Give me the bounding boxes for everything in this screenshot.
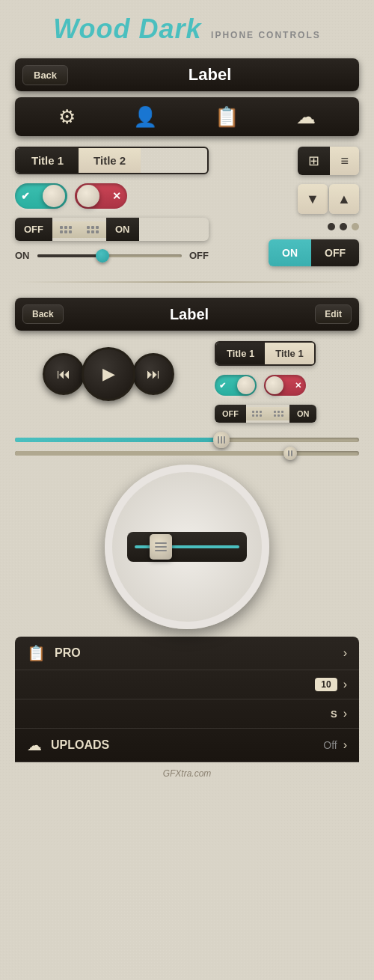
back-button-2[interactable]: Back [22, 304, 64, 324]
list-view-btn[interactable]: ≡ [330, 147, 359, 175]
thumb-line [224, 436, 225, 444]
badge-10: 10 [315, 678, 337, 691]
off-on-toggle-sm[interactable]: OFF [215, 405, 317, 423]
slider-thumb[interactable] [96, 249, 109, 263]
bottom-container: 📋 PRO › 10 › S › ☁ UPLOADS Off › [15, 465, 359, 762]
edit-button[interactable]: Edit [315, 304, 352, 324]
dots-middle [52, 221, 79, 238]
view-toggle[interactable]: ⊞ ≡ [298, 147, 359, 175]
controls-section-2: ⏮ ▶ ⏭ Title 1 Title 1 ✔ ✕ OFF [15, 341, 359, 423]
knob-line [155, 542, 167, 544]
section-divider [15, 281, 359, 283]
off-on-toggle[interactable]: OFF [15, 218, 209, 241]
bottom-row-badge[interactable]: 10 › [15, 670, 359, 699]
toggle-sm-off[interactable]: ✕ [264, 375, 306, 396]
forward-btn[interactable]: ⏭ [132, 353, 174, 395]
page-title-main: Wood Dark [53, 13, 201, 44]
seg-btn-title1[interactable]: Title 1 [16, 148, 79, 173]
zoom-slider-inner[interactable] [127, 532, 247, 562]
bottom-row-uploads[interactable]: ☁ UPLOADS Off › [15, 729, 359, 762]
dot-sm [281, 411, 283, 413]
thumb-lines [218, 436, 225, 444]
controls-left-1: Title 1 Title 2 ✔ ✕ OFF [15, 147, 209, 266]
dots-grid [60, 226, 72, 233]
x-icon: ✕ [112, 190, 121, 202]
nav-label-1: Label [68, 65, 352, 85]
rewind-btn[interactable]: ⏮ [43, 353, 85, 395]
dot [60, 230, 63, 233]
toggle-knob-on [43, 185, 65, 207]
dot-sm [278, 411, 280, 413]
toggle-knob-sm-off [266, 376, 283, 394]
dot [64, 226, 67, 229]
slider-track-teal[interactable] [15, 438, 359, 442]
controls-right-1: ⊞ ≡ ▼ ▲ ON OFF [221, 147, 359, 266]
slider-thumb-2[interactable] [283, 447, 297, 460]
segmented-control-1[interactable]: Title 1 Title 2 [15, 147, 209, 174]
bottom-row-s[interactable]: S › [15, 699, 359, 729]
zoom-knob-lines [155, 542, 167, 551]
slider-row-1: ON OFF [15, 250, 209, 261]
dot [69, 226, 72, 229]
toggle-on[interactable]: ✔ [15, 183, 67, 209]
play-btn[interactable]: ▶ [82, 347, 135, 401]
check-icon: ✔ [21, 190, 30, 202]
nav-label-2: Label [64, 306, 316, 323]
zoom-knob[interactable] [150, 534, 172, 560]
grid-view-btn[interactable]: ⊞ [298, 147, 330, 175]
pag-dot-1 [328, 223, 335, 230]
segmented-control-2[interactable]: Title 1 Title 1 [215, 341, 316, 366]
off-btn[interactable]: OFF [311, 239, 359, 266]
back-button-1[interactable]: Back [22, 65, 68, 85]
toggle-row-1: ✔ ✕ [15, 183, 209, 209]
slider-track-2[interactable] [15, 451, 359, 456]
bottom-row-pro[interactable]: 📋 PRO › [15, 637, 359, 670]
user-icon[interactable]: 👤 [133, 105, 157, 129]
off-label: OFF [15, 218, 52, 241]
tab-bar: ⚙ 👤 📋 ☁ [15, 97, 359, 136]
document-icon[interactable]: 📋 [215, 105, 239, 129]
dot-sm [252, 414, 254, 417]
settings-icon[interactable]: ⚙ [58, 105, 76, 129]
knob-line [155, 546, 167, 548]
controls-right-2: Title 1 Title 1 ✔ ✕ OFF [215, 341, 359, 423]
pro-arrow: › [343, 646, 347, 660]
dot-sm [260, 414, 262, 417]
up-btn[interactable]: ▲ [329, 184, 359, 214]
dot [87, 230, 90, 233]
seg-btn2-title1[interactable]: Title 1 [216, 343, 265, 364]
controls-section-1: Title 1 Title 2 ✔ ✕ OFF [15, 147, 359, 266]
zoom-track[interactable] [135, 545, 239, 548]
nav-bar-2: Back Label Edit [15, 298, 359, 331]
toggle-off-red[interactable]: ✕ [75, 183, 127, 209]
on-btn[interactable]: ON [269, 239, 311, 266]
zoom-circle [105, 465, 269, 629]
seg-btn-title2[interactable]: Title 2 [79, 148, 141, 173]
controls-left-2: ⏮ ▶ ⏭ [15, 341, 203, 423]
dot [64, 230, 67, 233]
watermark: GFXtra.com [0, 762, 374, 785]
cloud-icon[interactable]: ☁ [296, 105, 316, 129]
dot-sm [281, 414, 283, 417]
pag-dot-3 [352, 223, 359, 230]
slider-on-label: ON [15, 250, 30, 261]
toggle-sm-on[interactable]: ✔ [215, 375, 257, 396]
dot [96, 226, 99, 229]
slider-thumb-teal[interactable] [213, 432, 230, 448]
slider-fill [37, 254, 102, 257]
slider-fill-2 [15, 451, 290, 456]
sliders-section [15, 438, 359, 456]
dot-sm [274, 414, 276, 417]
bottom-section: 📋 PRO › 10 › S › ☁ UPLOADS Off › [15, 637, 359, 762]
on-off-right[interactable]: ON OFF [269, 239, 359, 266]
slider-track[interactable] [37, 254, 183, 257]
seg-btn2-title2[interactable]: Title 1 [265, 343, 313, 364]
uploads-icon: ☁ [27, 736, 42, 754]
knob-line [155, 550, 167, 551]
dots-grid-2 [87, 226, 99, 233]
down-btn[interactable]: ▼ [298, 184, 328, 214]
dot [91, 226, 94, 229]
on-side-sm: ON [289, 405, 317, 423]
toggle-knob-off [77, 185, 99, 207]
off-side-sm: OFF [215, 405, 246, 423]
